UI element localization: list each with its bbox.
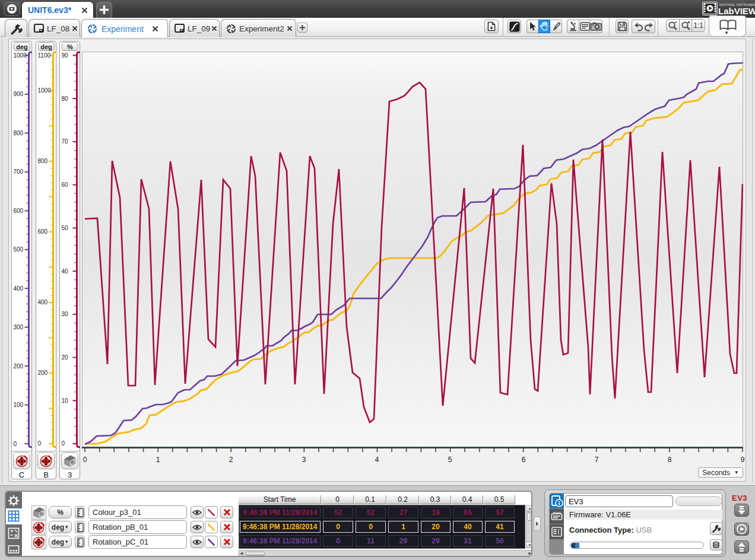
svg-text:400: 400 [14, 285, 24, 292]
svg-text:200: 200 [14, 363, 24, 370]
svg-text:500: 500 [14, 246, 24, 253]
svg-text:0: 0 [38, 440, 42, 447]
svg-text:1100: 1100 [38, 52, 51, 59]
svg-text:800: 800 [38, 158, 48, 164]
svg-text:80: 80 [62, 96, 69, 102]
svg-text:20: 20 [62, 354, 69, 361]
svg-text:600: 600 [14, 208, 24, 214]
svg-text:50: 50 [62, 225, 69, 231]
svg-text:700: 700 [14, 168, 24, 175]
svg-text:70: 70 [62, 138, 69, 145]
svg-text:900: 900 [14, 91, 24, 97]
svg-text:600: 600 [38, 228, 48, 235]
svg-text:60: 60 [62, 182, 69, 188]
svg-text:90: 90 [62, 52, 69, 59]
svg-text:1000: 1000 [38, 87, 52, 94]
svg-text:0: 0 [14, 441, 17, 447]
svg-text:40: 40 [62, 268, 69, 275]
svg-text:30: 30 [62, 311, 69, 317]
svg-text:100: 100 [14, 402, 24, 408]
svg-text:10: 10 [62, 397, 69, 404]
svg-text:200: 200 [38, 370, 48, 376]
svg-text:300: 300 [14, 324, 24, 330]
svg-text:1000: 1000 [14, 52, 27, 59]
svg-text:0: 0 [62, 440, 65, 447]
svg-text:800: 800 [14, 130, 24, 136]
svg-text:400: 400 [38, 299, 48, 306]
